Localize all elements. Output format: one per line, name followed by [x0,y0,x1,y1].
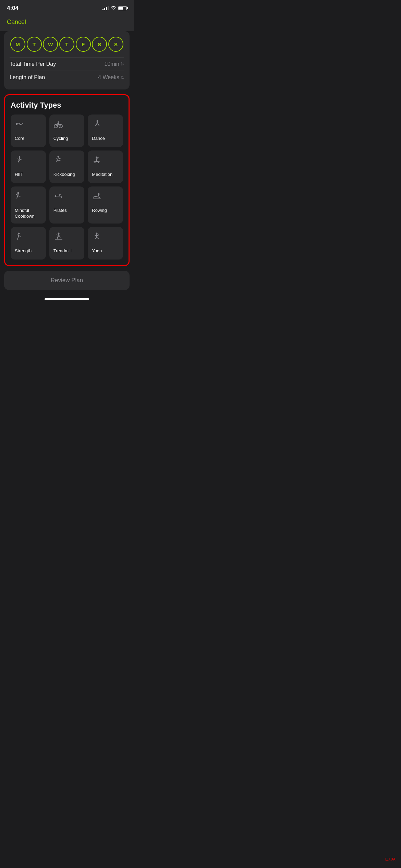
plan-length-label: Length of Plan [10,74,45,81]
day-friday[interactable]: F [76,37,91,52]
cancel-button[interactable]: Cancel [7,19,26,26]
svg-point-9 [17,192,19,194]
cancel-bar: Cancel [0,14,134,31]
core-icon [15,119,42,129]
days-row: M T W T F S S [10,37,124,52]
hiit-icon [15,155,42,165]
rowing-icon [92,191,119,201]
activity-card-rowing[interactable]: Rowing [88,186,123,224]
svg-point-13 [58,232,59,234]
activity-card-dance[interactable]: Dance [88,114,123,147]
yoga-label: Yoga [92,248,119,254]
status-time: 4:04 [7,5,19,12]
hiit-label: HIIT [15,172,42,178]
svg-point-11 [98,193,100,195]
core-label: Core [15,136,42,142]
review-plan-button[interactable]: Review Plan [4,271,130,290]
status-icons [102,6,127,11]
activity-card-meditation[interactable]: Meditation [88,150,123,183]
activity-card-cycling[interactable]: Cycling [49,114,85,147]
mindful-cooldown-icon [15,191,42,201]
mindful-cooldown-label: MindfulCooldown [15,208,42,219]
time-per-day-label: Total Time Per Day [10,61,56,67]
svg-point-14 [96,232,98,234]
plan-stepper-icon: ⇅ [121,75,124,80]
day-saturday[interactable]: S [92,37,107,52]
activity-types-title: Activity Types [11,101,123,110]
activity-card-treadmill[interactable]: Treadmill [49,227,85,260]
home-bar [45,298,89,300]
signal-icon [102,6,109,10]
activity-card-yoga[interactable]: Yoga [88,227,123,260]
kickboxing-icon [53,155,81,165]
svg-point-1 [16,123,17,124]
time-stepper-icon: ⇅ [121,62,124,67]
battery-icon [118,6,127,10]
activity-grid: Core Cycling [11,114,123,260]
cycling-icon [53,119,81,129]
meditation-label: Meditation [92,172,119,178]
svg-point-12 [18,232,20,234]
day-tuesday[interactable]: T [27,37,42,52]
plan-length-value[interactable]: 4 Weeks ⇅ [98,74,124,81]
review-section: Review Plan [4,271,130,290]
svg-point-6 [19,156,21,158]
day-sunday[interactable]: S [108,37,123,52]
rowing-label: Rowing [92,208,119,214]
treadmill-label: Treadmill [53,248,81,254]
meditation-icon [92,155,119,165]
status-bar: 4:04 [0,0,134,14]
strength-label: Strength [15,248,42,254]
svg-point-5 [97,120,98,122]
activity-types-section: Activity Types Core [4,94,130,266]
day-wednesday[interactable]: W [43,37,58,52]
activity-card-strength[interactable]: Strength [11,227,46,260]
activity-card-kickboxing[interactable]: Kickboxing [49,150,85,183]
strength-icon [15,232,42,241]
time-per-day-value[interactable]: 10min ⇅ [104,61,124,67]
activity-card-pilates[interactable]: Pilates [49,186,85,224]
cycling-label: Cycling [53,136,81,142]
wifi-icon [111,6,116,11]
day-monday[interactable]: M [10,37,25,52]
dance-label: Dance [92,136,119,142]
activity-card-hiit[interactable]: HIIT [11,150,46,183]
plan-length-row: Length of Plan 4 Weeks ⇅ [10,71,124,84]
dance-icon [92,119,119,129]
schedule-section: M T W T F S S Total Time Per Day 10min ⇅… [4,31,130,89]
pilates-label: Pilates [53,208,81,214]
home-indicator [0,295,134,302]
time-per-day-row: Total Time Per Day 10min ⇅ [10,57,124,71]
yoga-icon [92,232,119,241]
kickboxing-label: Kickboxing [53,172,81,178]
activity-card-mindful-cooldown[interactable]: MindfulCooldown [11,186,46,224]
activity-card-core[interactable]: Core [11,114,46,147]
pilates-icon [53,191,81,201]
day-thursday[interactable]: T [59,37,74,52]
svg-point-7 [57,156,59,158]
treadmill-icon [53,232,81,241]
